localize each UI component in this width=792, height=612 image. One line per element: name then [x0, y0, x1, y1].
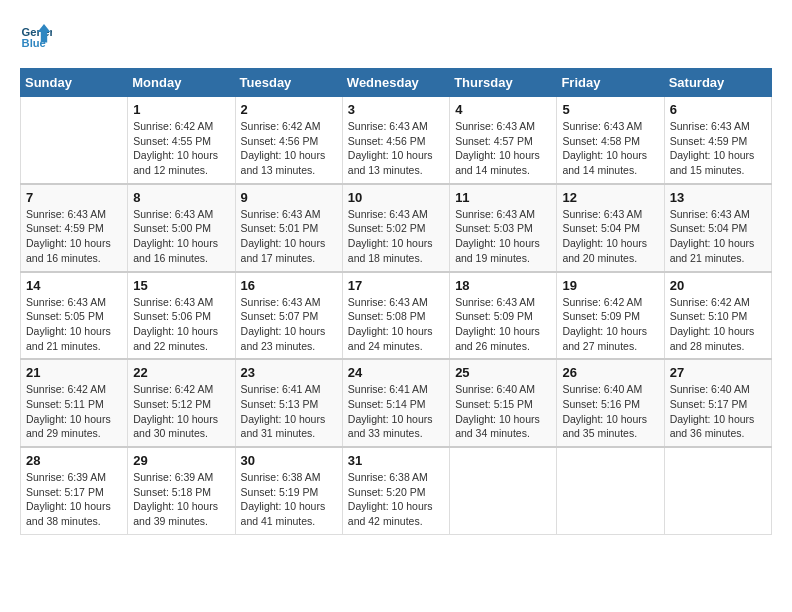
calendar-table: SundayMondayTuesdayWednesdayThursdayFrid… — [20, 68, 772, 535]
day-number: 12 — [562, 190, 658, 205]
day-number: 13 — [670, 190, 766, 205]
calendar-cell: 1Sunrise: 6:42 AM Sunset: 4:55 PM Daylig… — [128, 97, 235, 184]
day-number: 23 — [241, 365, 337, 380]
day-info: Sunrise: 6:43 AM Sunset: 5:01 PM Dayligh… — [241, 207, 337, 266]
calendar-cell: 9Sunrise: 6:43 AM Sunset: 5:01 PM Daylig… — [235, 184, 342, 272]
day-info: Sunrise: 6:38 AM Sunset: 5:20 PM Dayligh… — [348, 470, 444, 529]
calendar-week-row: 7Sunrise: 6:43 AM Sunset: 4:59 PM Daylig… — [21, 184, 772, 272]
calendar-cell: 17Sunrise: 6:43 AM Sunset: 5:08 PM Dayli… — [342, 272, 449, 360]
calendar-cell: 7Sunrise: 6:43 AM Sunset: 4:59 PM Daylig… — [21, 184, 128, 272]
calendar-week-row: 21Sunrise: 6:42 AM Sunset: 5:11 PM Dayli… — [21, 359, 772, 447]
day-number: 26 — [562, 365, 658, 380]
calendar-cell: 22Sunrise: 6:42 AM Sunset: 5:12 PM Dayli… — [128, 359, 235, 447]
day-info: Sunrise: 6:43 AM Sunset: 5:06 PM Dayligh… — [133, 295, 229, 354]
calendar-cell: 12Sunrise: 6:43 AM Sunset: 5:04 PM Dayli… — [557, 184, 664, 272]
calendar-cell: 20Sunrise: 6:42 AM Sunset: 5:10 PM Dayli… — [664, 272, 771, 360]
page-header: General Blue — [20, 20, 772, 52]
day-number: 22 — [133, 365, 229, 380]
day-number: 30 — [241, 453, 337, 468]
day-info: Sunrise: 6:43 AM Sunset: 5:04 PM Dayligh… — [562, 207, 658, 266]
calendar-cell: 10Sunrise: 6:43 AM Sunset: 5:02 PM Dayli… — [342, 184, 449, 272]
calendar-cell: 21Sunrise: 6:42 AM Sunset: 5:11 PM Dayli… — [21, 359, 128, 447]
day-info: Sunrise: 6:43 AM Sunset: 4:57 PM Dayligh… — [455, 119, 551, 178]
day-number: 8 — [133, 190, 229, 205]
calendar-cell: 3Sunrise: 6:43 AM Sunset: 4:56 PM Daylig… — [342, 97, 449, 184]
day-info: Sunrise: 6:42 AM Sunset: 4:55 PM Dayligh… — [133, 119, 229, 178]
day-number: 1 — [133, 102, 229, 117]
calendar-cell: 2Sunrise: 6:42 AM Sunset: 4:56 PM Daylig… — [235, 97, 342, 184]
day-number: 21 — [26, 365, 122, 380]
calendar-cell: 14Sunrise: 6:43 AM Sunset: 5:05 PM Dayli… — [21, 272, 128, 360]
day-info: Sunrise: 6:42 AM Sunset: 5:09 PM Dayligh… — [562, 295, 658, 354]
calendar-cell: 16Sunrise: 6:43 AM Sunset: 5:07 PM Dayli… — [235, 272, 342, 360]
calendar-cell — [450, 447, 557, 534]
day-info: Sunrise: 6:41 AM Sunset: 5:13 PM Dayligh… — [241, 382, 337, 441]
day-info: Sunrise: 6:43 AM Sunset: 5:08 PM Dayligh… — [348, 295, 444, 354]
day-number: 31 — [348, 453, 444, 468]
calendar-cell: 24Sunrise: 6:41 AM Sunset: 5:14 PM Dayli… — [342, 359, 449, 447]
day-info: Sunrise: 6:42 AM Sunset: 5:10 PM Dayligh… — [670, 295, 766, 354]
calendar-cell — [557, 447, 664, 534]
weekday-header-row: SundayMondayTuesdayWednesdayThursdayFrid… — [21, 69, 772, 97]
calendar-week-row: 1Sunrise: 6:42 AM Sunset: 4:55 PM Daylig… — [21, 97, 772, 184]
calendar-cell: 19Sunrise: 6:42 AM Sunset: 5:09 PM Dayli… — [557, 272, 664, 360]
day-info: Sunrise: 6:42 AM Sunset: 5:11 PM Dayligh… — [26, 382, 122, 441]
day-info: Sunrise: 6:43 AM Sunset: 5:04 PM Dayligh… — [670, 207, 766, 266]
day-info: Sunrise: 6:43 AM Sunset: 5:00 PM Dayligh… — [133, 207, 229, 266]
day-info: Sunrise: 6:41 AM Sunset: 5:14 PM Dayligh… — [348, 382, 444, 441]
day-info: Sunrise: 6:42 AM Sunset: 5:12 PM Dayligh… — [133, 382, 229, 441]
day-number: 16 — [241, 278, 337, 293]
calendar-cell: 11Sunrise: 6:43 AM Sunset: 5:03 PM Dayli… — [450, 184, 557, 272]
day-number: 18 — [455, 278, 551, 293]
day-number: 14 — [26, 278, 122, 293]
calendar-cell: 26Sunrise: 6:40 AM Sunset: 5:16 PM Dayli… — [557, 359, 664, 447]
logo: General Blue — [20, 20, 56, 52]
day-info: Sunrise: 6:42 AM Sunset: 4:56 PM Dayligh… — [241, 119, 337, 178]
day-number: 5 — [562, 102, 658, 117]
calendar-cell: 15Sunrise: 6:43 AM Sunset: 5:06 PM Dayli… — [128, 272, 235, 360]
calendar-cell: 29Sunrise: 6:39 AM Sunset: 5:18 PM Dayli… — [128, 447, 235, 534]
calendar-cell — [664, 447, 771, 534]
day-number: 29 — [133, 453, 229, 468]
day-info: Sunrise: 6:38 AM Sunset: 5:19 PM Dayligh… — [241, 470, 337, 529]
calendar-cell: 18Sunrise: 6:43 AM Sunset: 5:09 PM Dayli… — [450, 272, 557, 360]
day-info: Sunrise: 6:40 AM Sunset: 5:15 PM Dayligh… — [455, 382, 551, 441]
weekday-header-monday: Monday — [128, 69, 235, 97]
day-info: Sunrise: 6:43 AM Sunset: 5:05 PM Dayligh… — [26, 295, 122, 354]
day-number: 9 — [241, 190, 337, 205]
day-number: 11 — [455, 190, 551, 205]
calendar-cell: 5Sunrise: 6:43 AM Sunset: 4:58 PM Daylig… — [557, 97, 664, 184]
weekday-header-friday: Friday — [557, 69, 664, 97]
day-number: 6 — [670, 102, 766, 117]
calendar-header: SundayMondayTuesdayWednesdayThursdayFrid… — [21, 69, 772, 97]
calendar-cell: 8Sunrise: 6:43 AM Sunset: 5:00 PM Daylig… — [128, 184, 235, 272]
day-number: 2 — [241, 102, 337, 117]
calendar-cell: 28Sunrise: 6:39 AM Sunset: 5:17 PM Dayli… — [21, 447, 128, 534]
day-info: Sunrise: 6:43 AM Sunset: 4:56 PM Dayligh… — [348, 119, 444, 178]
day-info: Sunrise: 6:43 AM Sunset: 5:09 PM Dayligh… — [455, 295, 551, 354]
calendar-cell: 31Sunrise: 6:38 AM Sunset: 5:20 PM Dayli… — [342, 447, 449, 534]
day-number: 15 — [133, 278, 229, 293]
day-number: 7 — [26, 190, 122, 205]
calendar-cell: 23Sunrise: 6:41 AM Sunset: 5:13 PM Dayli… — [235, 359, 342, 447]
day-number: 17 — [348, 278, 444, 293]
calendar-body: 1Sunrise: 6:42 AM Sunset: 4:55 PM Daylig… — [21, 97, 772, 535]
calendar-week-row: 28Sunrise: 6:39 AM Sunset: 5:17 PM Dayli… — [21, 447, 772, 534]
weekday-header-saturday: Saturday — [664, 69, 771, 97]
day-info: Sunrise: 6:43 AM Sunset: 4:59 PM Dayligh… — [26, 207, 122, 266]
weekday-header-thursday: Thursday — [450, 69, 557, 97]
day-info: Sunrise: 6:39 AM Sunset: 5:18 PM Dayligh… — [133, 470, 229, 529]
weekday-header-wednesday: Wednesday — [342, 69, 449, 97]
day-number: 4 — [455, 102, 551, 117]
calendar-cell: 6Sunrise: 6:43 AM Sunset: 4:59 PM Daylig… — [664, 97, 771, 184]
day-info: Sunrise: 6:43 AM Sunset: 4:59 PM Dayligh… — [670, 119, 766, 178]
day-number: 27 — [670, 365, 766, 380]
weekday-header-sunday: Sunday — [21, 69, 128, 97]
day-info: Sunrise: 6:40 AM Sunset: 5:16 PM Dayligh… — [562, 382, 658, 441]
day-number: 19 — [562, 278, 658, 293]
calendar-cell: 27Sunrise: 6:40 AM Sunset: 5:17 PM Dayli… — [664, 359, 771, 447]
day-info: Sunrise: 6:43 AM Sunset: 5:02 PM Dayligh… — [348, 207, 444, 266]
calendar-cell: 4Sunrise: 6:43 AM Sunset: 4:57 PM Daylig… — [450, 97, 557, 184]
day-number: 25 — [455, 365, 551, 380]
calendar-cell: 30Sunrise: 6:38 AM Sunset: 5:19 PM Dayli… — [235, 447, 342, 534]
